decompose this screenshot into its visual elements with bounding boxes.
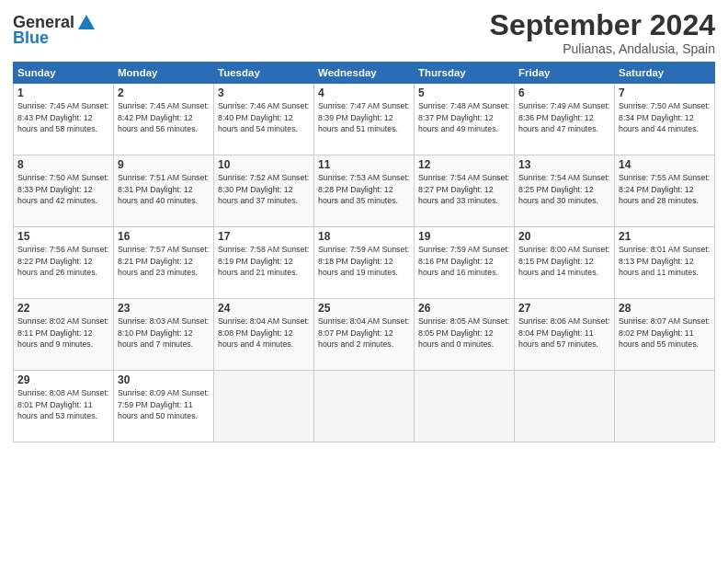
col-saturday: Saturday <box>615 63 715 84</box>
calendar-cell: 19Sunrise: 7:59 AM Sunset: 8:16 PM Dayli… <box>415 227 515 299</box>
day-info: Sunrise: 7:50 AM Sunset: 8:33 PM Dayligh… <box>17 172 109 206</box>
day-number: 22 <box>17 302 109 315</box>
day-number: 5 <box>418 86 510 99</box>
day-info: Sunrise: 7:45 AM Sunset: 8:42 PM Dayligh… <box>118 100 210 134</box>
calendar-cell: 13Sunrise: 7:54 AM Sunset: 8:25 PM Dayli… <box>515 155 615 227</box>
calendar-cell: 23Sunrise: 8:03 AM Sunset: 8:10 PM Dayli… <box>114 299 214 371</box>
calendar-cell <box>415 371 515 442</box>
calendar-cell: 30Sunrise: 8:09 AM Sunset: 7:59 PM Dayli… <box>114 371 214 442</box>
day-number: 7 <box>619 86 711 99</box>
day-number: 16 <box>118 230 210 243</box>
day-info: Sunrise: 7:53 AM Sunset: 8:28 PM Dayligh… <box>318 172 410 206</box>
calendar-cell <box>214 371 314 442</box>
day-number: 19 <box>418 230 510 243</box>
location: Pulianas, Andalusia, Spain <box>490 41 715 56</box>
col-wednesday: Wednesday <box>314 63 415 84</box>
day-number: 9 <box>118 158 210 171</box>
calendar-cell: 5Sunrise: 7:48 AM Sunset: 8:37 PM Daylig… <box>415 84 515 155</box>
calendar-cell: 1Sunrise: 7:45 AM Sunset: 8:43 PM Daylig… <box>14 84 114 155</box>
day-number: 13 <box>518 158 610 171</box>
day-info: Sunrise: 8:04 AM Sunset: 8:08 PM Dayligh… <box>218 316 310 350</box>
calendar-week-2: 15Sunrise: 7:56 AM Sunset: 8:22 PM Dayli… <box>14 227 715 299</box>
col-friday: Friday <box>515 63 615 84</box>
day-number: 17 <box>218 230 310 243</box>
title-block: September 2024 Pulianas, Andalusia, Spai… <box>490 9 715 56</box>
col-sunday: Sunday <box>14 63 114 84</box>
calendar-cell: 25Sunrise: 8:04 AM Sunset: 8:07 PM Dayli… <box>314 299 415 371</box>
day-info: Sunrise: 8:01 AM Sunset: 8:13 PM Dayligh… <box>619 244 711 278</box>
day-number: 29 <box>17 373 109 386</box>
day-info: Sunrise: 8:07 AM Sunset: 8:02 PM Dayligh… <box>619 316 711 350</box>
day-number: 6 <box>518 86 610 99</box>
day-number: 10 <box>218 158 310 171</box>
calendar-cell: 14Sunrise: 7:55 AM Sunset: 8:24 PM Dayli… <box>615 155 715 227</box>
day-info: Sunrise: 7:54 AM Sunset: 8:27 PM Dayligh… <box>418 172 510 206</box>
day-info: Sunrise: 7:50 AM Sunset: 8:34 PM Dayligh… <box>619 100 711 134</box>
day-number: 11 <box>318 158 410 171</box>
day-number: 30 <box>118 373 210 386</box>
day-info: Sunrise: 8:00 AM Sunset: 8:15 PM Dayligh… <box>518 244 610 278</box>
day-number: 21 <box>619 230 711 243</box>
calendar-cell: 10Sunrise: 7:52 AM Sunset: 8:30 PM Dayli… <box>214 155 314 227</box>
col-monday: Monday <box>114 63 214 84</box>
day-info: Sunrise: 8:03 AM Sunset: 8:10 PM Dayligh… <box>118 316 210 350</box>
day-number: 20 <box>518 230 610 243</box>
day-number: 14 <box>619 158 711 171</box>
calendar-cell: 6Sunrise: 7:49 AM Sunset: 8:36 PM Daylig… <box>515 84 615 155</box>
calendar-week-0: 1Sunrise: 7:45 AM Sunset: 8:43 PM Daylig… <box>14 84 715 155</box>
day-info: Sunrise: 7:55 AM Sunset: 8:24 PM Dayligh… <box>619 172 711 206</box>
day-number: 28 <box>619 302 711 315</box>
day-info: Sunrise: 7:48 AM Sunset: 8:37 PM Dayligh… <box>418 100 510 134</box>
day-info: Sunrise: 7:54 AM Sunset: 8:25 PM Dayligh… <box>518 172 610 206</box>
day-number: 26 <box>418 302 510 315</box>
calendar-cell: 3Sunrise: 7:46 AM Sunset: 8:40 PM Daylig… <box>214 84 314 155</box>
calendar-cell: 24Sunrise: 8:04 AM Sunset: 8:08 PM Dayli… <box>214 299 314 371</box>
calendar-cell: 4Sunrise: 7:47 AM Sunset: 8:39 PM Daylig… <box>314 84 415 155</box>
day-number: 4 <box>318 86 410 99</box>
day-number: 18 <box>318 230 410 243</box>
calendar-week-3: 22Sunrise: 8:02 AM Sunset: 8:11 PM Dayli… <box>14 299 715 371</box>
calendar-cell: 16Sunrise: 7:57 AM Sunset: 8:21 PM Dayli… <box>114 227 214 299</box>
day-number: 2 <box>118 86 210 99</box>
header-row: General Blue September 2024 Pulianas, An… <box>13 9 715 56</box>
calendar-cell: 20Sunrise: 8:00 AM Sunset: 8:15 PM Dayli… <box>515 227 615 299</box>
calendar-week-1: 8Sunrise: 7:50 AM Sunset: 8:33 PM Daylig… <box>14 155 715 227</box>
header-row-days: Sunday Monday Tuesday Wednesday Thursday… <box>14 63 715 84</box>
day-info: Sunrise: 7:57 AM Sunset: 8:21 PM Dayligh… <box>118 244 210 278</box>
logo-icon <box>76 13 97 33</box>
day-number: 24 <box>218 302 310 315</box>
day-info: Sunrise: 7:49 AM Sunset: 8:36 PM Dayligh… <box>518 100 610 134</box>
day-info: Sunrise: 7:46 AM Sunset: 8:40 PM Dayligh… <box>218 100 310 134</box>
day-info: Sunrise: 7:51 AM Sunset: 8:31 PM Dayligh… <box>118 172 210 206</box>
day-info: Sunrise: 8:05 AM Sunset: 8:05 PM Dayligh… <box>418 316 510 350</box>
calendar-cell: 8Sunrise: 7:50 AM Sunset: 8:33 PM Daylig… <box>14 155 114 227</box>
day-info: Sunrise: 7:45 AM Sunset: 8:43 PM Dayligh… <box>17 100 109 134</box>
day-info: Sunrise: 8:04 AM Sunset: 8:07 PM Dayligh… <box>318 316 410 350</box>
day-number: 15 <box>17 230 109 243</box>
day-number: 8 <box>17 158 109 171</box>
day-info: Sunrise: 7:59 AM Sunset: 8:18 PM Dayligh… <box>318 244 410 278</box>
calendar-cell: 15Sunrise: 7:56 AM Sunset: 8:22 PM Dayli… <box>14 227 114 299</box>
calendar-cell: 12Sunrise: 7:54 AM Sunset: 8:27 PM Dayli… <box>415 155 515 227</box>
calendar-cell <box>615 371 715 442</box>
calendar-week-4: 29Sunrise: 8:08 AM Sunset: 8:01 PM Dayli… <box>14 371 715 442</box>
calendar-cell: 27Sunrise: 8:06 AM Sunset: 8:04 PM Dayli… <box>515 299 615 371</box>
day-info: Sunrise: 7:59 AM Sunset: 8:16 PM Dayligh… <box>418 244 510 278</box>
day-info: Sunrise: 8:08 AM Sunset: 8:01 PM Dayligh… <box>17 387 109 421</box>
svg-marker-0 <box>78 15 95 29</box>
calendar-cell: 7Sunrise: 7:50 AM Sunset: 8:34 PM Daylig… <box>615 84 715 155</box>
day-info: Sunrise: 8:09 AM Sunset: 7:59 PM Dayligh… <box>118 387 210 421</box>
day-number: 12 <box>418 158 510 171</box>
calendar-cell <box>515 371 615 442</box>
calendar-cell: 9Sunrise: 7:51 AM Sunset: 8:31 PM Daylig… <box>114 155 214 227</box>
day-info: Sunrise: 7:58 AM Sunset: 8:19 PM Dayligh… <box>218 244 310 278</box>
day-number: 27 <box>518 302 610 315</box>
calendar-container: General Blue September 2024 Pulianas, An… <box>0 0 728 452</box>
calendar-cell: 21Sunrise: 8:01 AM Sunset: 8:13 PM Dayli… <box>615 227 715 299</box>
day-number: 23 <box>118 302 210 315</box>
calendar-cell: 2Sunrise: 7:45 AM Sunset: 8:42 PM Daylig… <box>114 84 214 155</box>
calendar-cell: 17Sunrise: 7:58 AM Sunset: 8:19 PM Dayli… <box>214 227 314 299</box>
day-info: Sunrise: 7:52 AM Sunset: 8:30 PM Dayligh… <box>218 172 310 206</box>
col-tuesday: Tuesday <box>214 63 314 84</box>
day-number: 1 <box>17 86 109 99</box>
